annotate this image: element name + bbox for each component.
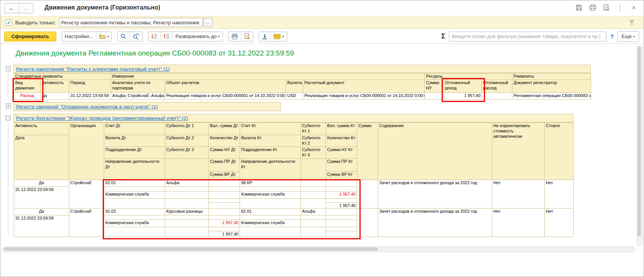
cell: 98.КР — [240, 180, 301, 187]
chevron-down-icon: ▾ — [218, 35, 220, 38]
print-preview-button[interactable] — [241, 32, 253, 41]
cell — [326, 227, 357, 231]
print-button[interactable] — [229, 32, 241, 41]
vertical-scrollbar-thumb[interactable] — [638, 46, 641, 237]
cell: Стройснаб — [69, 209, 104, 237]
cell: 1 957,40 — [326, 203, 357, 209]
print-group — [228, 32, 253, 41]
expand-all-button[interactable] — [160, 32, 172, 41]
column-header: Активность — [14, 123, 69, 135]
cell: Нет — [492, 180, 545, 209]
cell: Коммерческая служба — [240, 220, 301, 227]
cell: Альфа — [301, 209, 326, 215]
search-next-icon — [132, 33, 140, 40]
register2-link[interactable]: Регистр сведений "Отражение документов в… — [16, 104, 158, 110]
cell — [209, 215, 240, 220]
sum-selected-indicator[interactable]: Σ — [441, 32, 445, 40]
saved-settings-button[interactable]: ▾ — [96, 32, 112, 41]
send-email-button[interactable]: ▾ — [270, 32, 287, 41]
cell — [209, 199, 240, 203]
generate-button[interactable]: Сформировать — [4, 32, 56, 41]
cell: Коммерческая служба — [104, 220, 165, 227]
more-label: Еще — [622, 33, 631, 39]
column-header: Подразделение Кт — [240, 147, 301, 159]
printer-icon — [231, 33, 238, 40]
expand-list-icon — [163, 33, 170, 39]
cell — [301, 191, 326, 199]
horizontal-scrollbar-thumb[interactable] — [3, 247, 378, 251]
settings-button[interactable]: Настройки... — [62, 32, 96, 41]
show-only-checkbox[interactable]: ✓ — [6, 19, 12, 26]
register-filter-input[interactable] — [59, 18, 203, 27]
column-header: Валюта Кт — [240, 135, 301, 147]
cell: 31.12.2022 23:59:59 — [14, 187, 69, 209]
column-header: Сумма ВР Кт — [326, 172, 357, 180]
register3-link[interactable]: Регистр бухгалтерии "Журнал проводок (ре… — [16, 115, 188, 121]
expand-to-button[interactable]: Разворачивать до ▾ — [172, 32, 223, 41]
cell: Альфа — [165, 180, 209, 187]
cell: 31.12.2022 23:59:59 — [69, 92, 111, 99]
cell — [425, 92, 444, 99]
more-actions-button[interactable]: Еще ▾ — [617, 31, 639, 42]
cell — [165, 191, 209, 199]
quick-filter-input[interactable] — [449, 32, 606, 41]
cell — [301, 199, 326, 209]
cell: Зачет расходов и отложенного дохода за 2… — [378, 180, 492, 209]
register1-link[interactable]: Регистр накопления "Расчеты с клиентами … — [16, 66, 170, 72]
column-header: Счет Дт — [104, 123, 165, 135]
column-header: Вид движения — [14, 80, 41, 92]
expand-register2-toggle[interactable]: + — [6, 103, 11, 108]
page-title: Движения документа (Горизонтально) — [45, 4, 160, 11]
chevron-down-icon: ▾ — [107, 35, 109, 38]
collapse-register1-toggle[interactable]: − — [6, 66, 11, 71]
envelope-icon — [274, 34, 281, 39]
save-icon[interactable] — [575, 4, 583, 11]
horizontal-scrollbar[interactable] — [3, 247, 635, 252]
settings-group: Настройки... ▾ — [62, 32, 112, 41]
column-header: Содержание — [378, 123, 492, 180]
filter-funnel-icon[interactable] — [628, 19, 635, 27]
checkmark-icon: ✓ — [7, 20, 11, 25]
cell — [165, 215, 209, 220]
cell — [165, 187, 209, 191]
column-header: Организация — [69, 123, 104, 180]
column-header: Количество Дт — [209, 135, 240, 147]
column-header: Дата — [14, 135, 69, 180]
collapse-register3-toggle[interactable]: − — [6, 115, 11, 120]
print-icon[interactable] — [589, 4, 596, 11]
register2-band: Регистр сведений "Отражение документов в… — [14, 102, 281, 111]
search-button[interactable] — [118, 32, 129, 41]
collapse-all-button[interactable] — [148, 32, 160, 41]
cell: Да — [41, 92, 69, 99]
column-header: Период — [69, 80, 111, 92]
cell-otlozhenny-dokhod: 1 957,40 — [444, 92, 482, 99]
cell — [301, 220, 326, 227]
cell — [357, 209, 378, 237]
cell — [482, 92, 512, 99]
column-header: Сумма ПР Кт — [326, 159, 357, 172]
cell — [326, 187, 357, 191]
choose-registers-button[interactable]: ... — [204, 18, 213, 27]
column-header: Объект расчетов — [165, 80, 286, 92]
more-menu-icon[interactable]: ⋮ — [616, 4, 624, 11]
save-file-button[interactable] — [259, 32, 270, 41]
column-header: Количество Кт — [326, 135, 357, 147]
column-header: Активность — [41, 80, 69, 92]
cell: 62.01 — [240, 209, 301, 215]
group-header: Стандартные реквизиты — [14, 73, 111, 80]
column-header: Вал. сумма Дт — [209, 123, 240, 135]
back-button[interactable]: ← — [5, 3, 19, 13]
preview-icon[interactable] — [603, 4, 610, 11]
forward-button[interactable]: → — [19, 3, 33, 13]
cell — [301, 187, 326, 191]
close-icon[interactable]: × — [630, 4, 638, 11]
report-title: Движения документа Регламентная операция… — [16, 49, 294, 57]
export-group: ▾ — [259, 32, 287, 41]
help-button[interactable]: ? — [610, 33, 614, 40]
search-next-button[interactable] — [129, 32, 142, 41]
search-icon — [120, 33, 127, 40]
column-header: Субконто Дт 3 — [165, 147, 209, 159]
cell — [326, 215, 357, 220]
vertical-scrollbar[interactable] — [637, 45, 642, 246]
download-icon — [262, 33, 268, 40]
